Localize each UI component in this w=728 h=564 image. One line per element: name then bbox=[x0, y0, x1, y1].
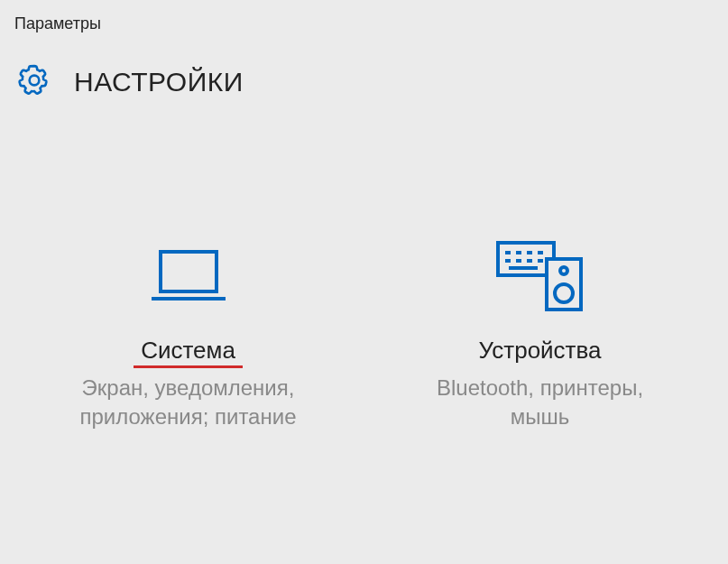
page-title: НАСТРОЙКИ bbox=[74, 67, 244, 97]
tiles-container: Система Экран, уведомления, приложения; … bbox=[0, 237, 728, 432]
tile-system[interactable]: Система Экран, уведомления, приложения; … bbox=[53, 237, 324, 432]
devices-icon bbox=[491, 237, 590, 319]
tile-system-title-text: Система bbox=[141, 337, 235, 364]
tile-devices[interactable]: Устройства Bluetooth, принтеры, мышь bbox=[405, 237, 676, 432]
svg-point-0 bbox=[30, 76, 40, 86]
red-underline-annotation bbox=[134, 365, 243, 368]
gear-icon bbox=[16, 62, 52, 102]
tile-system-description: Экран, уведомления, приложения; питание bbox=[53, 374, 324, 432]
header-row: НАСТРОЙКИ bbox=[0, 33, 728, 102]
tile-system-title: Система bbox=[141, 337, 235, 365]
svg-rect-1 bbox=[161, 252, 217, 291]
tile-devices-description: Bluetooth, принтеры, мышь bbox=[405, 374, 676, 432]
window-title: Параметры bbox=[0, 0, 728, 33]
laptop-icon bbox=[148, 237, 229, 319]
tile-devices-title: Устройства bbox=[478, 337, 601, 365]
